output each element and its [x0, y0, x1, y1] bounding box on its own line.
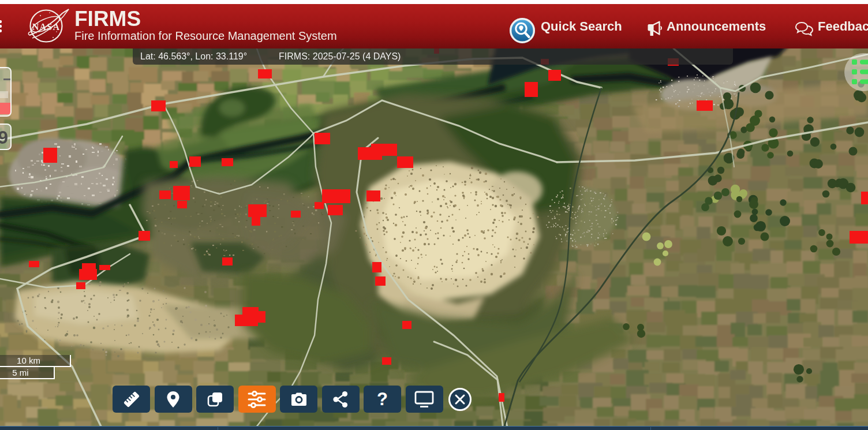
svg-text:NASA: NASA — [32, 22, 60, 32]
